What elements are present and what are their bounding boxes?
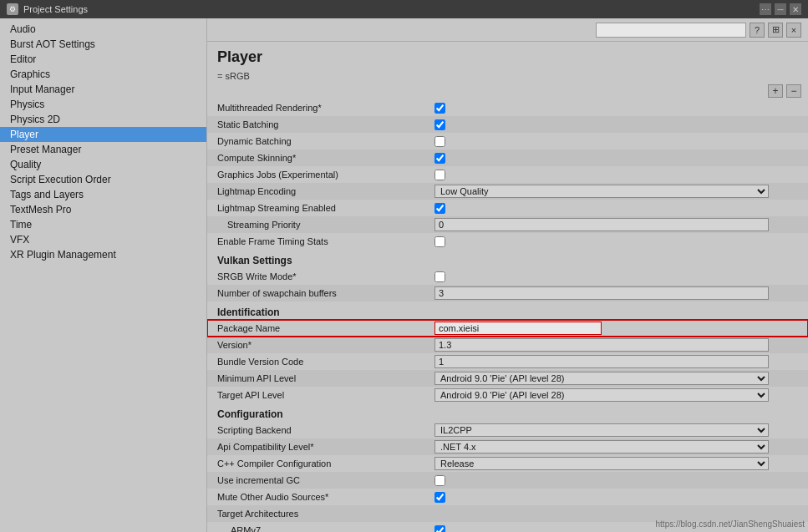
setting-value: Android 9.0 'Pie' (API level 28) [424,370,808,387]
configuration-section-header: Configuration [207,403,808,422]
more-btn[interactable]: ⋯ [760,3,771,15]
plus-btn[interactable]: + [768,84,783,98]
table-row: Lightmap Encoding Low Quality Normal Qua… [207,183,808,200]
window-title: Project Settings [23,4,760,14]
window: ⚙ Project Settings ⋯ ─ ✕ Audio Burst AOT… [0,0,808,532]
setting-label: Bundle Version Code [207,353,424,370]
sidebar-item-textmesh[interactable]: TextMesh Pro [0,202,206,217]
setting-label: Dynamic Batching [207,133,424,149]
setting-value [424,472,808,489]
lightmap-encoding-select[interactable]: Low Quality Normal Quality High Quality [434,185,769,198]
api-compat-select[interactable]: .NET 4.x .NET Standard 2.0 [434,440,769,453]
streaming-priority-input[interactable] [434,218,769,231]
help-btn[interactable]: ? [750,23,765,38]
search-input[interactable] [596,23,746,38]
table-row: Minimum API Level Android 9.0 'Pie' (API… [207,370,808,387]
titlebar: ⚙ Project Settings ⋯ ─ ✕ [0,0,808,18]
setting-label: Number of swapchain buffers [207,285,424,301]
setting-label: Enable Frame Timing Stats [207,233,424,250]
lightmap-streaming-checkbox[interactable] [434,203,445,214]
table-row: Enable Frame Timing Stats [207,233,808,250]
setting-label: Target Architectures [207,505,424,522]
version-input[interactable] [434,338,769,352]
setting-label: Mute Other Audio Sources* [207,489,424,505]
graphics-jobs-checkbox[interactable] [434,170,445,180]
srgb-write-checkbox[interactable] [434,271,445,282]
setting-value [424,320,808,337]
target-api-select[interactable]: Android 9.0 'Pie' (API level 28) [434,388,769,402]
settings-table: Multithreaded Rendering* Static Batching… [207,99,808,250]
sidebar-item-quality[interactable]: Quality [0,157,206,172]
player-title: Player [207,42,808,69]
sidebar-item-player[interactable]: Player [0,127,206,142]
sidebar-item-script[interactable]: Script Execution Order [0,172,206,187]
swapchain-buffers-input[interactable] [434,286,769,300]
sidebar-item-vfx[interactable]: VFX [0,232,206,247]
close-btn[interactable]: ✕ [790,3,801,15]
sidebar-item-editor[interactable]: Editor [0,52,206,67]
sidebar-item-preset[interactable]: Preset Manager [0,142,206,157]
setting-value [424,166,808,183]
setting-value [424,99,808,116]
sidebar-item-burst[interactable]: Burst AOT Settings [0,37,206,52]
setting-value: Android 9.0 'Pie' (API level 28) [424,387,808,403]
setting-value [424,149,808,166]
close-panel-btn[interactable]: × [786,23,801,38]
cpp-compiler-select[interactable]: Release Debug Master [434,457,769,470]
table-row: SRGB Write Mode* [207,268,808,285]
sidebar-item-physics2d[interactable]: Physics 2D [0,112,206,127]
setting-label: Use incremental GC [207,472,424,489]
watermark: https://blog.csdn.net/JianShengShuaiest [656,519,805,529]
setting-label: C++ Compiler Configuration [207,455,424,472]
mute-audio-checkbox[interactable] [434,492,445,503]
setting-value [424,489,808,505]
min-api-select[interactable]: Android 9.0 'Pie' (API level 28) [434,372,769,385]
setting-value: .NET 4.x .NET Standard 2.0 [424,438,808,455]
compute-skinning-checkbox[interactable] [434,153,445,164]
table-row: Static Batching [207,116,808,133]
table-row: Scripting Backend IL2CPP Mono [207,422,808,438]
incremental-gc-checkbox[interactable] [434,475,445,486]
table-row: Dynamic Batching [207,133,808,149]
sidebar-item-audio[interactable]: Audio [0,22,206,37]
table-row: Graphics Jobs (Experimental) [207,166,808,183]
setting-label: Graphics Jobs (Experimental) [207,166,424,183]
armv7-checkbox[interactable] [434,525,445,533]
minimize-btn[interactable]: ─ [775,3,786,15]
panel-content: Player = sRGB + − Multithreaded Renderin… [207,42,808,532]
identification-section-header: Identification [207,301,808,320]
setting-label: Target API Level [207,387,424,403]
table-row: Number of swapchain buffers [207,285,808,301]
sidebar-item-xr[interactable]: XR Plugin Management [0,247,206,262]
package-name-input[interactable] [434,322,602,335]
setting-value [424,285,808,301]
static-batching-checkbox[interactable] [434,119,445,130]
main-toolbar: ? ⊞ × [207,18,808,42]
table-row: Version* [207,337,808,353]
setting-value [424,233,808,250]
multithreaded-checkbox[interactable] [434,103,445,114]
frame-timing-checkbox[interactable] [434,236,445,247]
setting-value [424,216,808,233]
setting-label: ARMv7 [207,522,424,532]
setting-label: Package Name [207,320,424,337]
setting-label: Minimum API Level [207,370,424,387]
sidebar-item-physics[interactable]: Physics [0,97,206,112]
layout-btn[interactable]: ⊞ [768,23,783,38]
titlebar-controls: ⋯ ─ ✕ [760,3,801,15]
srgb-label: = sRGB [217,71,250,81]
sidebar-item-graphics[interactable]: Graphics [0,67,206,82]
scripting-backend-select[interactable]: IL2CPP Mono [434,423,769,437]
table-row: Streaming Priority [207,216,808,233]
plus-minus-row: + − [207,83,808,99]
sidebar-item-time[interactable]: Time [0,217,206,232]
sidebar-item-input[interactable]: Input Manager [0,82,206,97]
setting-label: Compute Skinning* [207,149,424,166]
dynamic-batching-checkbox[interactable] [434,136,445,147]
bundle-version-input[interactable] [434,355,769,368]
minus-btn[interactable]: − [786,84,801,98]
sidebar-item-tags[interactable]: Tags and Layers [0,187,206,202]
setting-label: Streaming Priority [207,216,424,233]
configuration-table: Scripting Backend IL2CPP Mono [207,422,808,532]
main-panel: ? ⊞ × Player = sRGB + − [207,18,808,532]
